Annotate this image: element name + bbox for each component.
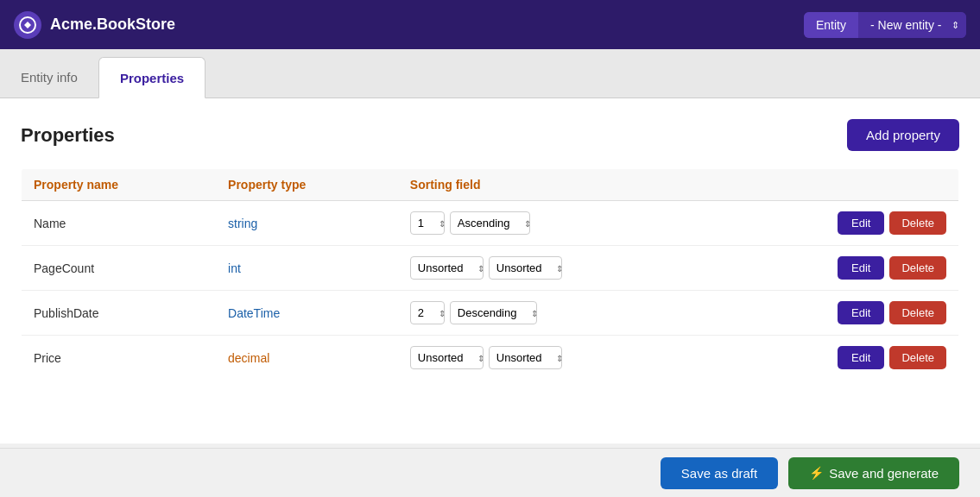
cell-property-type: string — [216, 201, 398, 246]
cell-sorting-field: UnsortedUnsorted — [398, 336, 721, 381]
sort-dir-wrap[interactable]: Unsorted — [489, 256, 567, 280]
save-draft-button[interactable]: Save as draft — [661, 457, 778, 489]
cell-property-name: PublishDate — [22, 291, 217, 336]
cell-sorting-field: 1Ascending — [398, 201, 721, 246]
table-row: PricedecimalUnsortedUnsortedEditDelete — [22, 336, 959, 381]
properties-header: Properties Add property — [21, 119, 959, 151]
entity-label: Entity — [804, 12, 858, 38]
cell-property-name: PageCount — [22, 246, 217, 291]
col-actions — [721, 169, 958, 201]
entity-select[interactable]: - New entity - — [858, 12, 966, 38]
table-header-row: Property name Property type Sorting fiel… — [22, 169, 959, 201]
sort-order-wrap[interactable]: 2 — [410, 301, 450, 324]
sort-dir-select[interactable]: Descending — [450, 301, 537, 324]
cell-sorting-field: 2Descending — [398, 291, 721, 336]
lightning-icon: ⚡ — [809, 466, 824, 480]
cell-property-name: Name — [22, 201, 217, 246]
entity-select-wrap[interactable]: - New entity - — [858, 12, 966, 38]
sort-dir-select[interactable]: Unsorted — [489, 256, 562, 280]
sort-order-wrap[interactable]: Unsorted — [410, 346, 489, 369]
tabs-bar: Entity info Properties — [0, 49, 980, 98]
table-row: PageCountintUnsortedUnsortedEditDelete — [22, 246, 959, 291]
app-title: Acme.BookStore — [50, 16, 175, 34]
edit-button[interactable]: Edit — [838, 346, 884, 369]
properties-table: Property name Property type Sorting fiel… — [21, 168, 959, 381]
sort-dir-wrap[interactable]: Descending — [450, 301, 542, 324]
table-row: Namestring1AscendingEditDelete — [22, 201, 959, 246]
sort-order-select[interactable]: 1 — [410, 211, 445, 235]
edit-button[interactable]: Edit — [838, 301, 884, 324]
tab-properties[interactable]: Properties — [98, 57, 205, 98]
sort-order-select[interactable]: Unsorted — [410, 346, 484, 369]
sort-dir-select[interactable]: Ascending — [450, 211, 530, 235]
col-sorting-field: Sorting field — [398, 169, 721, 201]
cell-property-type: int — [216, 246, 398, 291]
cell-property-name: Price — [22, 336, 217, 381]
entity-selector[interactable]: Entity - New entity - — [804, 12, 966, 38]
delete-button[interactable]: Delete — [889, 301, 946, 324]
sort-order-wrap[interactable]: 1 — [410, 211, 450, 235]
edit-button[interactable]: Edit — [838, 256, 884, 280]
table-row: PublishDateDateTime2DescendingEditDelete — [22, 291, 959, 336]
cell-actions: EditDelete — [721, 291, 958, 336]
cell-actions: EditDelete — [721, 336, 958, 381]
save-generate-button[interactable]: ⚡ Save and generate — [788, 457, 959, 489]
cell-actions: EditDelete — [721, 201, 958, 246]
sort-dir-wrap[interactable]: Ascending — [450, 211, 535, 235]
cell-property-type: decimal — [216, 336, 398, 381]
sort-order-select[interactable]: 2 — [410, 301, 445, 324]
col-property-name: Property name — [22, 169, 217, 201]
add-property-button[interactable]: Add property — [847, 119, 959, 151]
edit-button[interactable]: Edit — [838, 211, 884, 235]
cell-actions: EditDelete — [721, 246, 958, 291]
delete-button[interactable]: Delete — [889, 256, 946, 280]
sort-dir-select[interactable]: Unsorted — [489, 346, 562, 369]
cell-property-type: DateTime — [216, 291, 398, 336]
app-header: Acme.BookStore Entity - New entity - — [0, 0, 980, 49]
tab-entity-info[interactable]: Entity info — [0, 56, 98, 98]
app-logo-icon — [14, 11, 41, 39]
sort-order-wrap[interactable]: Unsorted — [410, 256, 489, 280]
sort-dir-wrap[interactable]: Unsorted — [489, 346, 567, 369]
properties-title: Properties — [21, 124, 115, 147]
cell-sorting-field: UnsortedUnsorted — [398, 246, 721, 291]
save-generate-label: Save and generate — [829, 466, 939, 481]
main-content: Properties Add property Property name Pr… — [0, 98, 980, 444]
footer: Save as draft ⚡ Save and generate — [0, 448, 980, 497]
col-property-type: Property type — [216, 169, 398, 201]
logo-area: Acme.BookStore — [14, 11, 175, 39]
delete-button[interactable]: Delete — [889, 346, 946, 369]
delete-button[interactable]: Delete — [889, 211, 946, 235]
sort-order-select[interactable]: Unsorted — [410, 256, 484, 280]
